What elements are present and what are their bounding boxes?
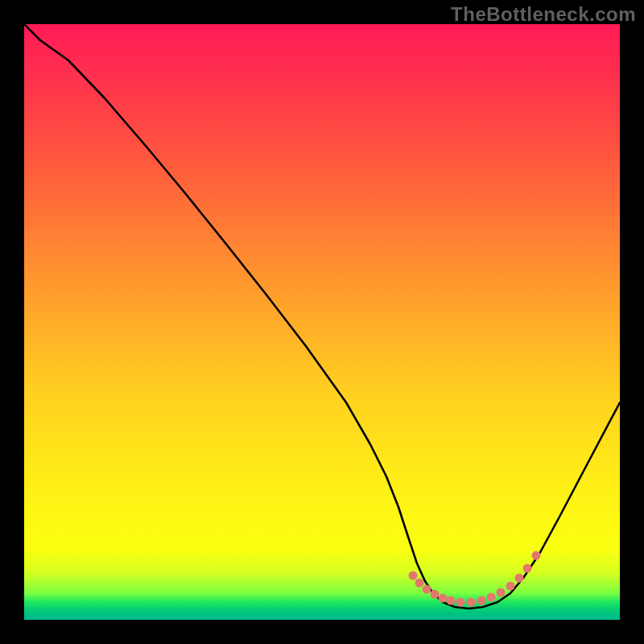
marker-dot <box>515 574 524 583</box>
marker-dot <box>423 585 431 594</box>
marker-dot <box>409 572 418 580</box>
watermark-text: TheBottleneck.com <box>451 3 636 26</box>
marker-dot <box>523 564 532 573</box>
chart-container: TheBottleneck.com <box>0 0 644 644</box>
markers-layer <box>24 24 620 620</box>
marker-dot <box>506 582 515 591</box>
marker-dots <box>409 551 541 607</box>
marker-dot <box>487 593 496 602</box>
plot-area <box>24 24 620 620</box>
marker-dot <box>415 579 424 588</box>
marker-dot <box>532 551 541 560</box>
marker-dot <box>497 588 506 597</box>
marker-dot <box>477 597 486 605</box>
marker-dot <box>456 598 465 607</box>
marker-dot <box>431 590 440 599</box>
marker-dot <box>467 598 476 607</box>
marker-dot <box>439 594 448 603</box>
marker-dot <box>447 597 456 605</box>
